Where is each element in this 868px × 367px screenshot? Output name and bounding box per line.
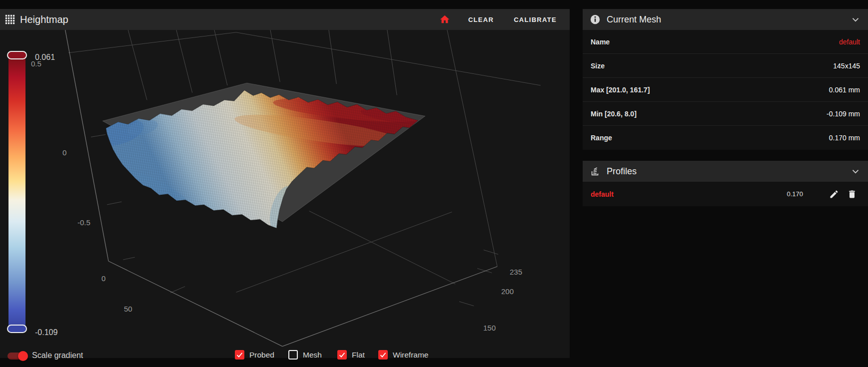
heightmap-card: 0.061 -0.109 0.5 0 -0.5 0 50 235 200 150… <box>0 9 570 358</box>
profiles-card: Profiles default 0.170 <box>583 161 868 206</box>
mesh-row-max: Max [201.0, 161.7] 0.061 mm <box>583 78 868 102</box>
row-value: 0.170 mm <box>829 134 860 142</box>
row-value: default <box>839 38 860 46</box>
colorbar-min-handle <box>7 325 27 333</box>
z-tick: 0.5 <box>31 59 41 68</box>
x-tick: 0 <box>101 274 105 283</box>
home-button[interactable] <box>434 11 455 28</box>
profile-row[interactable]: default 0.170 <box>583 182 868 206</box>
trash-icon <box>847 189 857 199</box>
edit-profile-button[interactable] <box>825 185 843 203</box>
heightmap-toolbar: Heightmap CLEAR CALIBRATE <box>0 9 570 30</box>
checkbox-label: Flat <box>352 351 365 360</box>
info-icon <box>590 14 601 25</box>
colorbar-min-label: -0.109 <box>35 328 57 337</box>
scale-gradient-label: Scale gradient <box>32 351 83 360</box>
checkbox-box <box>288 350 298 360</box>
page-title: Heightmap <box>20 14 68 25</box>
scale-gradient-toggle[interactable] <box>7 353 26 360</box>
panel-title: Profiles <box>607 166 637 177</box>
current-mesh-header[interactable]: Current Mesh <box>583 9 868 30</box>
profile-name: default <box>591 190 787 198</box>
row-value: 0.061 mm <box>829 86 860 94</box>
x-tick: 50 <box>124 305 132 313</box>
checkbox-probed[interactable]: Probed <box>235 350 274 360</box>
checkbox-label: Mesh <box>303 351 322 360</box>
mesh-row-min: Min [20.6, 8.0] -0.109 mm <box>583 102 868 126</box>
checkbox-box <box>337 350 347 360</box>
row-label: Max [201.0, 161.7] <box>591 86 650 94</box>
y-tick: 200 <box>501 287 514 296</box>
mesh-row-range: Range 0.170 mm <box>583 126 868 150</box>
chevron-down-icon[interactable] <box>850 14 861 25</box>
current-mesh-card: Current Mesh Name default Size 145x145 M… <box>583 9 868 150</box>
profiles-header[interactable]: Profiles <box>583 161 868 182</box>
row-label: Min [20.6, 8.0] <box>591 110 637 118</box>
row-value: 145x145 <box>833 62 860 70</box>
clear-button[interactable]: CLEAR <box>462 12 500 27</box>
z-tick: -0.5 <box>77 218 90 227</box>
y-tick: 150 <box>483 324 496 332</box>
profile-range: 0.170 <box>787 190 803 198</box>
calibrate-button[interactable]: CALIBRATE <box>508 12 563 27</box>
home-icon <box>439 14 450 25</box>
toggle-thumb <box>18 351 28 361</box>
panel-title: Current Mesh <box>607 14 661 25</box>
checkbox-box <box>235 350 244 360</box>
row-label: Size <box>591 62 605 70</box>
pencil-icon <box>829 189 839 199</box>
mesh-row-size: Size 145x145 <box>583 54 868 78</box>
checkbox-wireframe[interactable]: Wireframe <box>378 350 428 360</box>
mesh-row-name: Name default <box>583 30 868 54</box>
row-value: -0.109 mm <box>827 110 860 118</box>
delete-profile-button[interactable] <box>843 185 861 203</box>
grid-icon <box>5 14 15 24</box>
z-tick: 0 <box>62 148 66 157</box>
y-tick: 235 <box>510 268 522 276</box>
heightmap-3d-plot[interactable] <box>0 9 570 358</box>
row-label: Range <box>591 134 612 142</box>
checkbox-label: Wireframe <box>393 351 428 360</box>
checkbox-mesh[interactable]: Mesh <box>288 350 322 360</box>
checkbox-label: Probed <box>249 351 274 360</box>
row-label: Name <box>591 38 610 46</box>
checkbox-flat[interactable]: Flat <box>337 350 365 360</box>
chevron-down-icon[interactable] <box>850 166 861 177</box>
colorbar-max-handle <box>7 51 27 59</box>
checkbox-box <box>378 350 388 360</box>
layers-stack-icon <box>590 166 601 177</box>
colorbar-gradient <box>8 58 25 326</box>
